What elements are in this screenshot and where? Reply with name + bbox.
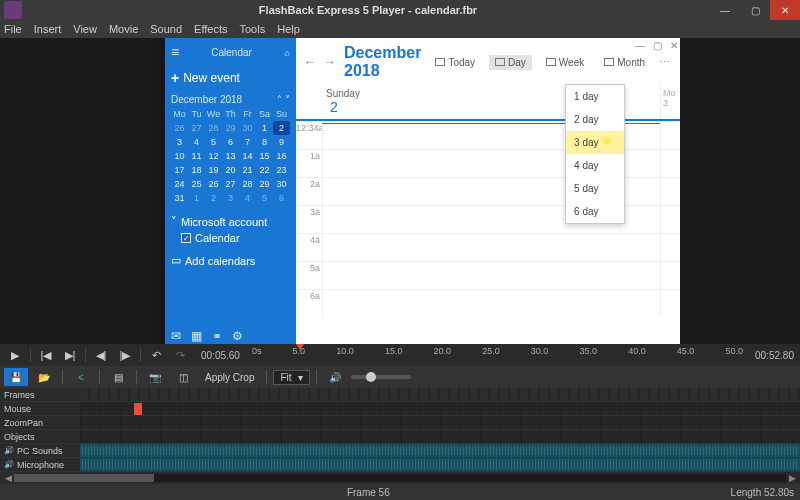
menu-file[interactable]: File: [4, 23, 22, 35]
close-button[interactable]: ✕: [770, 0, 800, 20]
zoom-select[interactable]: Fit▾: [273, 370, 309, 385]
minical-day[interactable]: 26: [171, 121, 188, 135]
minical-day[interactable]: 27: [222, 177, 239, 191]
minical-day[interactable]: 16: [273, 149, 290, 163]
crop-button[interactable]: ◫: [171, 368, 195, 386]
menu-view[interactable]: View: [73, 23, 97, 35]
timeline-scrollbar[interactable]: ◀ ▶: [0, 472, 800, 484]
minical-day[interactable]: 4: [239, 191, 256, 205]
minical-day[interactable]: 5: [256, 191, 273, 205]
people-icon[interactable]: ⚭: [212, 329, 222, 343]
track-lane[interactable]: [80, 444, 800, 457]
dropdown-option[interactable]: 2 day: [566, 108, 624, 131]
track-row[interactable]: Frames: [0, 388, 800, 402]
calendar-checkbox-row[interactable]: ✓ Calendar: [171, 232, 290, 244]
mini-calendar[interactable]: MoTuWeThFrSaSu26272829301234567891011121…: [171, 107, 290, 205]
minical-day[interactable]: 21: [239, 163, 256, 177]
snapshot-button[interactable]: 📷: [143, 368, 167, 386]
track-lane[interactable]: [80, 402, 800, 415]
minical-day[interactable]: 29: [222, 121, 239, 135]
more-icon[interactable]: ⋯: [659, 56, 672, 69]
minical-day[interactable]: 30: [239, 121, 256, 135]
minical-day[interactable]: 1: [188, 191, 205, 205]
view-month-button[interactable]: Month: [598, 55, 651, 70]
menu-effects[interactable]: Effects: [194, 23, 227, 35]
menu-sound[interactable]: Sound: [150, 23, 182, 35]
save-button[interactable]: 💾: [4, 368, 28, 386]
add-calendars-button[interactable]: ▭ Add calendars: [171, 254, 290, 267]
minical-day[interactable]: 3: [171, 135, 188, 149]
minical-day[interactable]: 13: [222, 149, 239, 163]
track-lane[interactable]: [80, 388, 800, 401]
minical-day[interactable]: 2: [273, 121, 290, 135]
track-lane[interactable]: [80, 458, 800, 471]
scroll-left-icon[interactable]: ◀: [2, 473, 14, 483]
view-day-button[interactable]: Day: [489, 55, 532, 70]
new-event-button[interactable]: + New event: [171, 70, 290, 86]
account-section[interactable]: ˅ Microsoft account: [171, 215, 290, 228]
minical-day[interactable]: 30: [273, 177, 290, 191]
minical-day[interactable]: 15: [256, 149, 273, 163]
cal-close-button[interactable]: ✕: [670, 40, 678, 51]
scrollbar-thumb[interactable]: [14, 474, 154, 482]
track-row[interactable]: Objects: [0, 430, 800, 444]
calendar-icon[interactable]: ▦: [191, 329, 202, 343]
minical-day[interactable]: 9: [273, 135, 290, 149]
goto-end-button[interactable]: ▶|: [61, 347, 79, 363]
minical-day[interactable]: 29: [256, 177, 273, 191]
minical-day[interactable]: 7: [239, 135, 256, 149]
volume-icon[interactable]: 🔊: [323, 368, 347, 386]
export-button[interactable]: ▤: [106, 368, 130, 386]
minical-day[interactable]: 4: [188, 135, 205, 149]
dropdown-option[interactable]: 1 day: [566, 85, 624, 108]
step-back-button[interactable]: ◀|: [92, 347, 110, 363]
scroll-right-icon[interactable]: ▶: [786, 473, 798, 483]
maximize-button[interactable]: ▢: [740, 0, 770, 20]
minical-day[interactable]: 28: [239, 177, 256, 191]
day-count-dropdown[interactable]: 1 day2 day3 day4 day5 day6 day: [565, 84, 625, 224]
minical-day[interactable]: 31: [171, 191, 188, 205]
mail-icon[interactable]: ✉: [171, 329, 181, 343]
minical-day[interactable]: 17: [171, 163, 188, 177]
track-lane[interactable]: [80, 416, 800, 429]
open-button[interactable]: 📂: [32, 368, 56, 386]
minical-day[interactable]: 23: [273, 163, 290, 177]
settings-icon[interactable]: ⚙: [232, 329, 243, 343]
goto-start-button[interactable]: |◀: [37, 347, 55, 363]
menu-help[interactable]: Help: [277, 23, 300, 35]
dropdown-option[interactable]: 4 day: [566, 154, 624, 177]
minical-day[interactable]: 1: [256, 121, 273, 135]
today-button[interactable]: Today: [429, 55, 481, 70]
track-row[interactable]: Mouse: [0, 402, 800, 416]
cal-minimize-button[interactable]: —: [635, 40, 645, 51]
time-ruler[interactable]: 0s5.010.015.020.025.030.035.040.045.050.…: [252, 346, 743, 364]
slider-thumb[interactable]: [366, 372, 376, 382]
prev-arrow-icon[interactable]: ←: [304, 55, 316, 69]
search-icon[interactable]: ⌕: [284, 47, 290, 58]
undo-button[interactable]: ↶: [147, 347, 165, 363]
cal-maximize-button[interactable]: ▢: [653, 40, 662, 51]
track-row[interactable]: ZoomPan: [0, 416, 800, 430]
minical-day[interactable]: 22: [256, 163, 273, 177]
menu-tools[interactable]: Tools: [240, 23, 266, 35]
minical-day[interactable]: 19: [205, 163, 222, 177]
minical-nav[interactable]: ˄ ˅: [277, 94, 290, 105]
minical-day[interactable]: 24: [171, 177, 188, 191]
menu-movie[interactable]: Movie: [109, 23, 138, 35]
minical-day[interactable]: 26: [205, 177, 222, 191]
track-row[interactable]: PC Sounds: [0, 444, 800, 458]
step-forward-button[interactable]: |▶: [116, 347, 134, 363]
apply-crop-button[interactable]: Apply Crop: [199, 372, 260, 383]
minical-day[interactable]: 18: [188, 163, 205, 177]
dropdown-option[interactable]: 6 day: [566, 200, 624, 223]
minical-day[interactable]: 27: [188, 121, 205, 135]
minical-day[interactable]: 2: [205, 191, 222, 205]
next-arrow-icon[interactable]: →: [324, 55, 336, 69]
playhead-marker[interactable]: [296, 344, 304, 350]
minical-day[interactable]: 6: [222, 135, 239, 149]
track-row[interactable]: Microphone: [0, 458, 800, 472]
hamburger-icon[interactable]: ≡: [171, 44, 179, 60]
menu-insert[interactable]: Insert: [34, 23, 62, 35]
minical-day[interactable]: 28: [205, 121, 222, 135]
minical-day[interactable]: 10: [171, 149, 188, 163]
